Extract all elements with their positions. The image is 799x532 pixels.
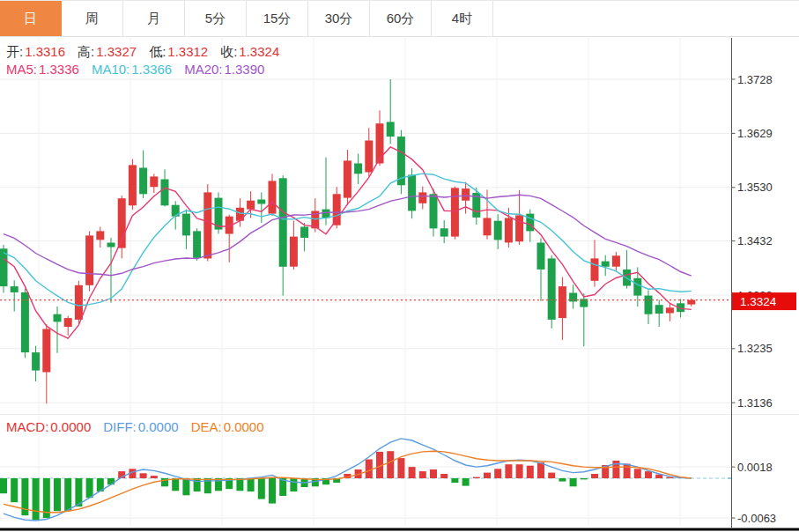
- candle-body: [537, 243, 545, 270]
- candle-body: [633, 278, 641, 296]
- macd-bar: [64, 478, 71, 511]
- kline-app-window: 日周月5分15分30分60分4时 1.37281.36291.35301.343…: [0, 0, 799, 532]
- price-axis: 1.37281.36291.35301.34321.33331.32351.31…: [728, 38, 776, 528]
- legend-value: 0.0000: [50, 419, 91, 434]
- macd-bar: [570, 478, 577, 486]
- tab-15min[interactable]: 15分: [247, 1, 308, 36]
- tab-60min[interactable]: 60分: [370, 1, 432, 36]
- macd-bar: [527, 466, 534, 478]
- candle-body: [548, 258, 556, 320]
- macd-bar: [269, 478, 276, 504]
- price-axis-label: 1.3235: [737, 342, 773, 355]
- macd-bar: [494, 469, 501, 478]
- legend-value: 1.3316: [25, 44, 65, 59]
- current-price-tag: 1.3324: [732, 292, 796, 310]
- legend-label: 低:: [149, 44, 166, 59]
- tab-week[interactable]: 周: [62, 1, 123, 36]
- price-axis-label: 1.3432: [737, 234, 773, 248]
- macd-bar: [140, 473, 147, 478]
- candle-body: [139, 168, 147, 195]
- grid-lines: [0, 38, 799, 526]
- macd-bar: [462, 478, 470, 486]
- macd-bar: [86, 478, 93, 498]
- candle-body: [107, 243, 115, 248]
- macd-bar: [194, 478, 201, 491]
- macd-bar: [397, 458, 404, 478]
- candle-body: [666, 307, 674, 313]
- macd-bar: [624, 464, 631, 479]
- candle-body: [376, 123, 384, 163]
- macd-bar: [11, 478, 18, 502]
- candle-body: [462, 188, 470, 201]
- macd-bar: [581, 478, 588, 479]
- legend-value: 1.3390: [225, 62, 265, 77]
- bottom-border: [0, 528, 799, 531]
- candle-body: [96, 231, 104, 240]
- legend-label: 收:: [220, 44, 237, 59]
- macd-bar: [182, 478, 189, 495]
- macd-bar: [591, 474, 598, 478]
- candle-body: [182, 214, 190, 236]
- macd-bar: [484, 473, 491, 478]
- candle-body: [150, 176, 158, 187]
- macd-bar: [107, 478, 115, 484]
- macd-bar: [33, 478, 40, 520]
- candle-body: [494, 221, 502, 240]
- legend-value: 1.3327: [96, 44, 137, 59]
- candle-body: [451, 188, 459, 236]
- candle-body: [559, 286, 566, 318]
- macd-bar: [172, 478, 179, 491]
- tab-4hour[interactable]: 4时: [432, 1, 493, 36]
- macd-bar: [473, 477, 480, 478]
- candle-body: [687, 300, 695, 305]
- candle-body: [602, 262, 610, 267]
- macd-bar: [537, 462, 544, 478]
- kline-chart-canvas[interactable]: 1.37281.36291.35301.34321.33331.32351.31…: [0, 0, 799, 532]
- candle-body: [440, 228, 448, 236]
- candle-body: [193, 231, 201, 257]
- macd-bar: [559, 478, 566, 482]
- timeframe-tab-bar: 日周月5分15分30分60分4时: [0, 0, 799, 37]
- legend-value: 1.3324: [239, 44, 279, 59]
- candle-body: [161, 180, 169, 206]
- candle-body: [129, 165, 137, 205]
- candlestick-series: [0, 79, 695, 403]
- tab-5min[interactable]: 5分: [185, 1, 247, 36]
- legend-label: MA20:: [184, 62, 222, 77]
- candle-body: [526, 214, 534, 232]
- candle-body: [365, 141, 373, 173]
- candle-body: [203, 192, 211, 258]
- macd-bar: [516, 464, 523, 478]
- candle-body: [322, 210, 330, 218]
- current-price-tag-value: 1.3324: [740, 295, 777, 308]
- legend-label: MA10:: [92, 62, 129, 77]
- candle-body: [290, 237, 298, 267]
- legend-value: 0.0000: [138, 419, 179, 434]
- legend-label: DEA:: [191, 419, 222, 434]
- macd-bar: [366, 460, 373, 479]
- macd-bar: [258, 478, 265, 499]
- tab-day[interactable]: 日: [0, 1, 62, 36]
- legend-value: 0.0000: [224, 419, 264, 434]
- macd-bar: [248, 478, 255, 491]
- price-axis-label: 1.3136: [737, 396, 773, 410]
- ohlc-legend: 开:1.3316高:1.3327低:1.3312收:1.3324: [6, 44, 292, 61]
- legend-value: 1.3366: [131, 62, 172, 77]
- tab-month[interactable]: 月: [123, 1, 185, 36]
- macd-bar: [409, 467, 416, 478]
- macd-bar: [419, 471, 426, 478]
- legend-label: MA5:: [6, 62, 37, 77]
- candle-body: [236, 208, 244, 221]
- candle-body: [354, 164, 362, 174]
- tab-30min[interactable]: 30分: [308, 1, 370, 36]
- legend-label: MACD:: [6, 419, 48, 434]
- macd-bar: [548, 473, 555, 478]
- macd-bar: [505, 464, 512, 478]
- price-axis-label: 1.3629: [737, 127, 773, 140]
- candle-body: [279, 178, 287, 266]
- candle-body: [645, 296, 653, 314]
- candle-body: [257, 200, 265, 204]
- candle-body: [21, 292, 29, 352]
- legend-value: 1.3312: [167, 44, 208, 59]
- macd-bar: [0, 478, 7, 493]
